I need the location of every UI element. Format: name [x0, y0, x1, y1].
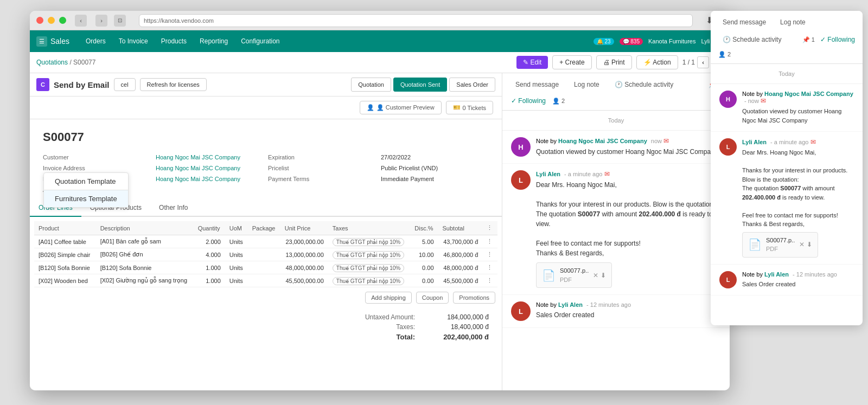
follower-count: 👤 2 [552, 98, 565, 105]
cell-subtotal: 48,000,000 đ [438, 261, 483, 274]
send-email-bar: C Send by Email cel Refresh for licenses… [30, 73, 502, 97]
edit-button[interactable]: ✎ Edit [516, 56, 548, 69]
customer-preview-button[interactable]: 👤 👤 Customer Preview [360, 101, 442, 114]
tab-button[interactable]: ⊡ [114, 15, 126, 27]
qt-option-furnitures[interactable]: Furnitures Template [44, 190, 128, 207]
message-3: L Note by Lyli Alen - 12 minutes ago Sal… [502, 295, 730, 328]
nav-configuration[interactable]: Configuration [235, 34, 285, 48]
table-row[interactable]: [B120] Sofa Bonnie [B120] Sofa Bonnie 1.… [34, 261, 497, 274]
message-2-content: Lyli Alen - a minute ago ✉ Dear Mrs. Hoa… [536, 170, 721, 288]
table-row[interactable]: [X02] Wooden bed [X02] Giường ngủ gỗ san… [34, 274, 497, 287]
tickets-button[interactable]: 🎫 0 Tickets [446, 101, 493, 114]
col-product: Product [34, 221, 96, 235]
tab-other-info[interactable]: Other Info [150, 200, 196, 217]
header-right: 🔔 23 💬 835 Kanota Furnitures Lyli Alen [593, 38, 723, 45]
cancel-button[interactable]: cel [114, 78, 136, 91]
cell-menu[interactable]: ⋮ [482, 274, 497, 287]
cell-product: [A01] Coffee table [34, 235, 96, 248]
msg2-line1: Thanks for your interest in our products… [536, 200, 721, 209]
log-note-button[interactable]: Log note [570, 79, 604, 91]
overlay-schedule-activity[interactable]: 🕐 Schedule activity [718, 34, 786, 46]
customer-value[interactable]: Hoang Ngoc Mai JSC Company [156, 153, 264, 162]
tab-quotation-sent[interactable]: Quotation Sent [393, 78, 447, 92]
forward-button[interactable]: › [95, 15, 107, 27]
nav-to-invoice[interactable]: To Invoice [113, 34, 154, 48]
following-button[interactable]: ✓ Following [511, 97, 546, 105]
table-actions: Add shipping Coupon Promotions [30, 287, 502, 308]
back-button[interactable]: ‹ [75, 15, 87, 27]
cell-description: [X02] Giường ngủ gỗ sang trọng [96, 274, 194, 287]
cell-unit-price: 13,000,000.00 [280, 248, 328, 261]
action-button[interactable]: ⚡ Action [636, 55, 678, 69]
quotation-template-tooltip[interactable]: Quotation Template Furnitures Template [43, 172, 129, 208]
msg1-prefix: Note by [536, 138, 558, 144]
order-table: Product Description Quantity UoM Package… [34, 221, 497, 287]
breadcrumb: Quotations / S00077 [36, 59, 512, 66]
message-3-content: Note by Lyli Alen - 12 minutes ago Sales… [536, 301, 721, 321]
total-label: Total: [339, 333, 415, 341]
delivery-value[interactable]: Hoang Ngoc Mai JSC Company [156, 175, 264, 183]
msg3-time: - 12 minutes ago [586, 301, 631, 308]
close-button[interactable] [36, 17, 43, 24]
tab-sales-order[interactable]: Sales Order [449, 78, 495, 92]
send-message-button[interactable]: Send message [511, 79, 563, 91]
notification-badge[interactable]: 🔔 23 [593, 38, 614, 45]
msg2-body: Dear Mrs. Hoang Ngoc Mai, Thanks for you… [536, 180, 721, 288]
coupon-button[interactable]: Coupon [416, 292, 449, 304]
pdf-close-button[interactable]: ✕ [593, 272, 598, 279]
table-row[interactable]: [B026] Simple chair [B026] Ghế đơn 4.000… [34, 248, 497, 261]
overlay-msg1-header: Note by Hoang Ngoc Mai JSC Company - now… [742, 91, 854, 105]
schedule-activity-button[interactable]: 🕐 Schedule activity [610, 79, 678, 91]
pdf-actions: ✕ ⬇ [593, 272, 606, 279]
pdf-name: S00077.p.. [560, 266, 589, 275]
prev-page-button[interactable]: ‹ [697, 56, 709, 68]
cell-tax: Thuế GTGT phải nộp 10% [328, 274, 410, 287]
overlay-send-message[interactable]: Send message [718, 16, 770, 28]
totals-section: Untaxed Amount: 184,000,000 đ Taxes: 18,… [30, 308, 502, 346]
add-shipping-button[interactable]: Add shipping [365, 292, 412, 304]
overlay-pin: 📌 1 [802, 36, 815, 43]
message-2: L Lyli Alen - a minute ago ✉ Dear Mrs. H… [502, 164, 730, 295]
msg2-email-icon: ✉ [604, 170, 610, 178]
cell-disc: 0.00 [410, 261, 438, 274]
overlay-following[interactable]: ✓ Following [820, 36, 855, 43]
cell-description: [B120] Sofa Bonnie [96, 261, 194, 274]
page-toolbar: Quotations / S00077 ✎ Edit + Create 🖨 Pr… [30, 52, 730, 73]
invoice-value[interactable]: Hoang Ngoc Mai JSC Company [156, 164, 264, 172]
untaxed-label: Untaxed Amount: [339, 313, 415, 321]
breadcrumb-parent[interactable]: Quotations [36, 59, 68, 66]
customer-label: Customer [43, 153, 151, 162]
nav-reporting[interactable]: Reporting [194, 34, 233, 48]
tab-quotation[interactable]: Quotation [351, 78, 391, 92]
table-row[interactable]: [A01] Coffee table [A01] Bàn cafe gỗ sam… [34, 235, 497, 248]
overlay-log-note[interactable]: Log note [776, 16, 810, 28]
company-name[interactable]: Kanota Furnitures [648, 38, 695, 44]
cell-disc: 10.00 [410, 248, 438, 261]
avatar-3: L [511, 301, 531, 321]
message-badge[interactable]: 💬 835 [620, 38, 643, 45]
url-bar[interactable]: https://kanota.vendoo.com [139, 14, 693, 27]
promotions-button[interactable]: Promotions [453, 292, 495, 304]
logo-icon: ☰ [36, 36, 47, 47]
print-button[interactable]: 🖨 Print [596, 55, 632, 69]
cell-menu[interactable]: ⋮ [482, 261, 497, 274]
message-1-content: Note by Hoang Ngoc Mai JSC Company now ✉… [536, 137, 721, 157]
order-table-container: Product Description Quantity UoM Package… [30, 221, 502, 287]
refresh-licenses-button[interactable]: Refresh for licenses [140, 78, 207, 91]
minimize-button[interactable] [48, 17, 55, 24]
invoice-label: Invoice Address [43, 164, 151, 172]
untaxed-value: 184,000,000 đ [424, 313, 489, 321]
cell-product: [B026] Simple chair [34, 248, 96, 261]
nav-products[interactable]: Products [156, 34, 192, 48]
cell-menu[interactable]: ⋮ [482, 235, 497, 248]
nav-orders[interactable]: Orders [80, 34, 111, 48]
cell-tax: Thuế GTGT phải nộp 10% [328, 248, 410, 261]
msg1-author: Hoang Ngoc Mai JSC Company [558, 138, 647, 144]
today-label: Today [502, 111, 730, 131]
app-name: Sales [50, 37, 69, 46]
cell-menu[interactable]: ⋮ [482, 248, 497, 261]
maximize-button[interactable] [59, 17, 66, 24]
pdf-download-button[interactable]: ⬇ [601, 272, 606, 279]
create-button[interactable]: + Create [552, 55, 591, 69]
taxes-value: 18,400,000 đ [424, 323, 489, 331]
